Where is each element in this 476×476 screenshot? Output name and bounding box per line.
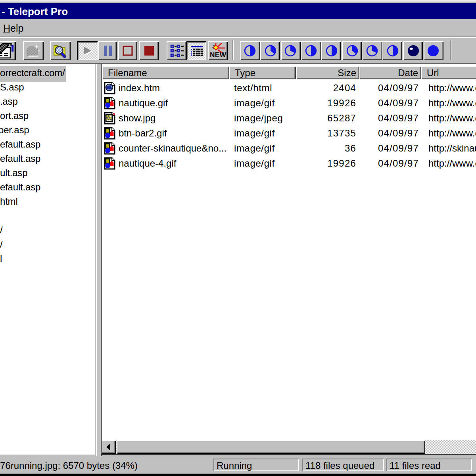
svg-text:NEW: NEW [209, 51, 226, 59]
